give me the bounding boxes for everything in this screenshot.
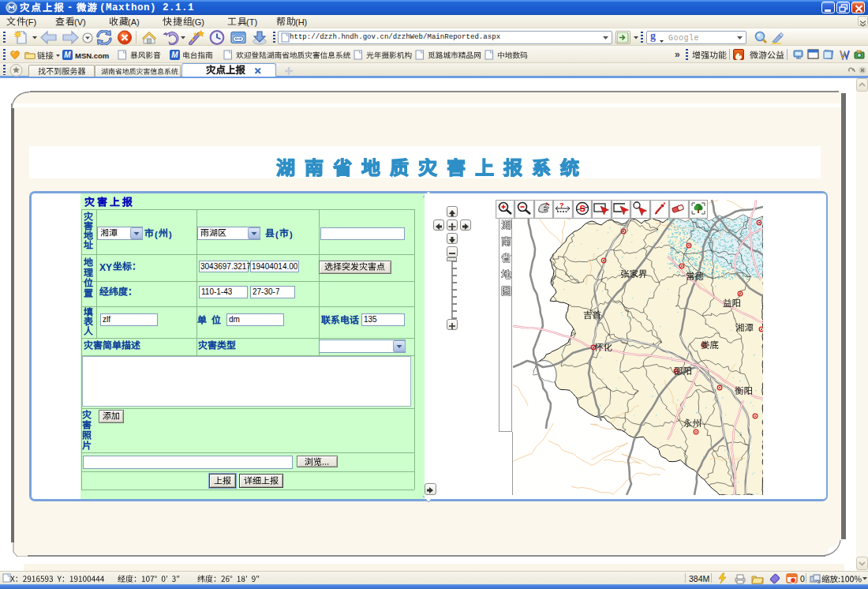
svg-text:S: S [579,204,585,213]
svg-text:?: ? [559,201,564,209]
